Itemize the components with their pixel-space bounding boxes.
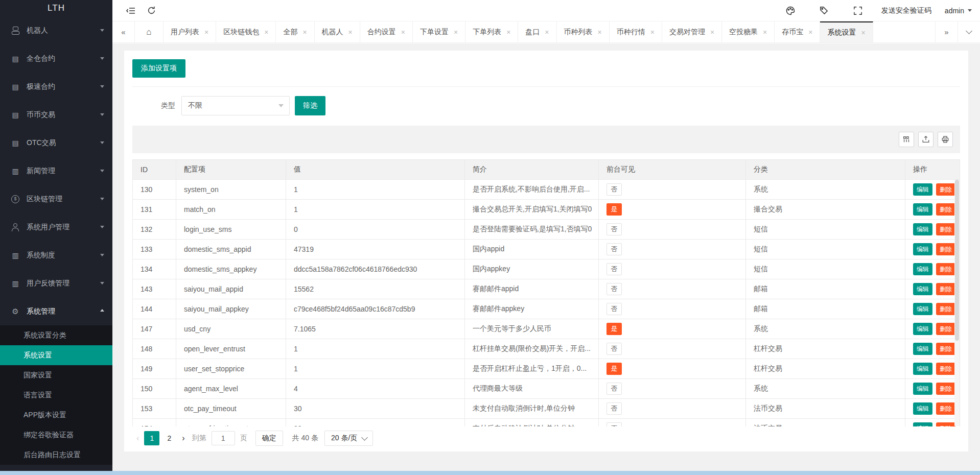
tab[interactable]: 用户列表 <box>164 21 216 42</box>
sidebar-item[interactable]: 机器人 <box>0 16 112 44</box>
delete-button[interactable]: 删除 <box>936 422 955 426</box>
page-size-select[interactable]: 20 条/页 <box>324 431 373 446</box>
tab[interactable]: 币种行情 <box>610 21 662 42</box>
close-tab-icon[interactable] <box>650 28 655 36</box>
type-filter-select[interactable]: 不限 <box>181 96 290 115</box>
visible-badge[interactable]: 否 <box>606 303 622 315</box>
goto-page-input[interactable] <box>212 431 235 445</box>
sidebar-subitem[interactable]: 绑定谷歌验证器 <box>0 425 112 445</box>
user-menu[interactable]: admin <box>945 7 972 15</box>
visible-badge[interactable]: 否 <box>606 343 622 355</box>
tab[interactable]: 合约设置 <box>360 21 413 42</box>
edit-button[interactable]: 编辑 <box>913 422 932 426</box>
close-tab-icon[interactable] <box>763 28 767 36</box>
page-number-button[interactable]: 1 <box>144 431 159 445</box>
tab[interactable]: 空投糖果 <box>722 21 775 42</box>
sidebar-item[interactable]: 新闻管理 <box>0 157 112 185</box>
visible-badge[interactable]: 否 <box>606 402 622 415</box>
tab[interactable]: 机器人 <box>315 21 360 42</box>
edit-button[interactable]: 编辑 <box>913 243 932 255</box>
goto-confirm-button[interactable]: 确定 <box>255 431 283 446</box>
close-tab-icon[interactable] <box>348 28 353 36</box>
delete-button[interactable]: 删除 <box>936 343 955 355</box>
edit-button[interactable]: 编辑 <box>913 283 932 295</box>
sidebar-item[interactable]: 用户反馈管理 <box>0 269 112 297</box>
tabs-scroll-right-button[interactable] <box>935 21 958 42</box>
delete-button[interactable]: 删除 <box>936 303 955 315</box>
delete-button[interactable]: 删除 <box>936 283 955 295</box>
columns-toggle-button[interactable] <box>899 132 914 147</box>
sidebar-subitem[interactable]: 国家设置 <box>0 365 112 385</box>
horizontal-scrollbar[interactable] <box>0 471 980 475</box>
tabs-menu-button[interactable] <box>958 21 980 42</box>
sidebar-item[interactable]: 全仓合约 <box>0 44 112 73</box>
tab-home[interactable] <box>135 21 164 42</box>
sidebar-item[interactable]: 极速合约 <box>0 73 112 101</box>
fullscreen-button[interactable] <box>848 0 868 21</box>
close-tab-icon[interactable] <box>454 28 458 36</box>
theme-button[interactable] <box>780 0 801 21</box>
close-tab-icon[interactable] <box>264 28 268 36</box>
delete-button[interactable]: 删除 <box>936 323 955 335</box>
delete-button[interactable]: 删除 <box>936 203 955 216</box>
visible-badge[interactable]: 是 <box>606 323 622 335</box>
tab[interactable]: 币种列表 <box>557 21 610 42</box>
tag-button[interactable] <box>814 0 834 21</box>
edit-button[interactable]: 编辑 <box>913 183 932 196</box>
delete-button[interactable]: 删除 <box>936 363 955 375</box>
sidebar-item[interactable]: 系统制度 <box>0 241 112 269</box>
sidebar-subitem[interactable]: APP版本设置 <box>0 405 112 425</box>
scrollbar-thumb[interactable] <box>955 180 959 341</box>
edit-button[interactable]: 编辑 <box>913 223 932 235</box>
delete-button[interactable]: 删除 <box>936 223 955 235</box>
delete-button[interactable]: 删除 <box>936 183 955 196</box>
delete-button[interactable]: 删除 <box>936 263 955 275</box>
print-button[interactable] <box>938 132 953 147</box>
visible-badge[interactable]: 否 <box>606 383 622 395</box>
visible-badge[interactable]: 是 <box>606 203 622 216</box>
close-tab-icon[interactable] <box>598 28 602 36</box>
table-scrollbar[interactable] <box>954 180 960 426</box>
tab[interactable]: 下单列表 <box>465 21 518 42</box>
delete-button[interactable]: 删除 <box>936 243 955 255</box>
sidebar-subitem[interactable]: 系统设置分类 <box>0 325 112 345</box>
next-page-button[interactable] <box>178 434 189 443</box>
tab[interactable]: 交易对管理 <box>662 21 722 42</box>
visible-badge[interactable]: 否 <box>606 283 622 295</box>
sidebar-item[interactable]: 系统管理 <box>0 297 112 325</box>
edit-button[interactable]: 编辑 <box>913 363 932 375</box>
sidebar-item[interactable]: OTC交易 <box>0 129 112 157</box>
export-button[interactable] <box>918 132 934 147</box>
close-tab-icon[interactable] <box>302 28 307 36</box>
visible-badge[interactable]: 否 <box>606 183 622 196</box>
close-tab-icon[interactable] <box>204 28 208 36</box>
collapse-sidebar-button[interactable] <box>121 0 141 21</box>
sidebar-item[interactable]: 币币交易 <box>0 101 112 129</box>
close-tab-icon[interactable] <box>401 28 405 36</box>
edit-button[interactable]: 编辑 <box>913 343 932 355</box>
edit-button[interactable]: 编辑 <box>913 263 932 275</box>
edit-button[interactable]: 编辑 <box>913 383 932 395</box>
edit-button[interactable]: 编辑 <box>913 303 932 315</box>
visible-badge[interactable]: 是 <box>606 363 622 375</box>
tab[interactable]: 区块链钱包 <box>216 21 276 42</box>
close-tab-icon[interactable] <box>808 28 812 36</box>
prev-page-button[interactable] <box>132 434 143 443</box>
edit-button[interactable]: 编辑 <box>913 203 932 216</box>
visible-badge[interactable]: 否 <box>606 243 622 255</box>
close-tab-icon[interactable] <box>506 28 510 36</box>
sidebar-subitem[interactable]: 语言设置 <box>0 385 112 405</box>
close-tab-icon[interactable] <box>710 28 714 36</box>
sidebar-subitem[interactable]: 后台路由日志设置 <box>0 445 112 465</box>
visible-badge[interactable]: 否 <box>606 422 622 426</box>
delete-button[interactable]: 删除 <box>936 383 955 395</box>
tabs-scroll-left-button[interactable] <box>112 21 135 42</box>
close-tab-icon[interactable] <box>545 28 549 36</box>
add-setting-button[interactable]: 添加设置项 <box>132 59 185 78</box>
tab[interactable]: 存币宝 <box>775 21 820 42</box>
tab[interactable]: 系统设置 <box>820 21 873 42</box>
edit-button[interactable]: 编辑 <box>913 402 932 415</box>
refresh-button[interactable] <box>141 0 161 21</box>
tab[interactable]: 盘口 <box>518 21 556 42</box>
visible-badge[interactable]: 否 <box>606 263 622 275</box>
